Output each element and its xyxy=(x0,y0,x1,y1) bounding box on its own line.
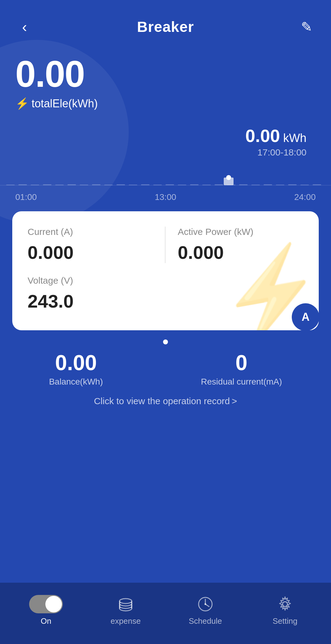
time-label-1: 01:00 xyxy=(15,192,37,202)
svg-rect-12 xyxy=(141,184,150,185)
data-card: Current (A) 0.000 Active Power (kW) 0.00… xyxy=(12,211,319,330)
residual-metric: 0 Residual current(mA) xyxy=(201,351,282,387)
bottom-nav: On expense Schedule xyxy=(0,583,331,644)
current-value: 0.000 xyxy=(28,242,166,263)
svg-rect-8 xyxy=(92,184,101,185)
setting-icon xyxy=(276,595,294,613)
svg-rect-20 xyxy=(239,184,248,185)
svg-rect-5 xyxy=(55,185,64,185)
page-title: Breaker xyxy=(137,18,194,35)
svg-rect-25 xyxy=(300,185,309,185)
avatar-label: A xyxy=(302,311,310,324)
toggle-knob xyxy=(45,596,62,612)
svg-rect-9 xyxy=(104,185,113,185)
svg-point-32 xyxy=(120,599,132,604)
svg-rect-26 xyxy=(313,184,321,185)
card-grid: Current (A) 0.000 Active Power (kW) 0.00… xyxy=(28,227,303,312)
svg-point-28 xyxy=(226,175,231,180)
svg-rect-24 xyxy=(288,184,297,185)
dot-1 xyxy=(163,339,168,344)
back-button[interactable]: ‹ xyxy=(15,18,34,35)
svg-rect-3 xyxy=(31,185,39,185)
chart-area: 0.00 kWh 17:00-18:00 xyxy=(0,122,331,190)
power-label: Active Power (kW) xyxy=(178,227,303,237)
svg-rect-15 xyxy=(178,185,186,185)
avatar-button[interactable]: A xyxy=(292,303,319,330)
voltage-label: Voltage (V) xyxy=(28,275,166,286)
svg-rect-14 xyxy=(166,184,174,185)
nav-item-setting[interactable]: Setting xyxy=(245,595,325,626)
svg-rect-21 xyxy=(251,185,260,185)
svg-rect-11 xyxy=(129,185,137,185)
svg-rect-23 xyxy=(276,185,284,185)
expense-icon xyxy=(116,595,135,613)
chart-time-labels: 01:00 13:00 24:00 xyxy=(0,192,331,202)
current-item: Current (A) 0.000 xyxy=(28,227,166,263)
time-label-2: 13:00 xyxy=(155,192,176,202)
svg-rect-17 xyxy=(202,185,211,185)
residual-value: 0 xyxy=(201,351,282,375)
power-value: 0.000 xyxy=(178,242,303,263)
nav-item-on[interactable]: On xyxy=(6,595,86,626)
balance-value: 0.00 xyxy=(49,351,103,375)
nav-item-expense[interactable]: expense xyxy=(86,595,166,626)
stats-area: 0.00 ⚡ totalEle(kWh) xyxy=(0,44,331,110)
svg-rect-13 xyxy=(153,185,162,185)
edit-button[interactable]: ✎ xyxy=(297,19,316,35)
bar-chart xyxy=(0,135,331,190)
svg-rect-22 xyxy=(264,184,272,185)
svg-rect-16 xyxy=(190,184,199,185)
svg-rect-2 xyxy=(18,184,27,185)
time-label-3: 24:00 xyxy=(294,192,316,202)
svg-rect-6 xyxy=(67,184,76,185)
total-label-text: totalEle(kWh) xyxy=(32,97,98,110)
nav-label-on: On xyxy=(41,616,51,626)
schedule-icon xyxy=(196,595,215,613)
nav-label-setting: Setting xyxy=(273,616,298,626)
header: ‹ Breaker ✎ xyxy=(0,0,331,44)
svg-point-39 xyxy=(283,602,287,607)
svg-rect-7 xyxy=(80,185,88,185)
operation-link[interactable]: Click to view the operation record > xyxy=(0,396,331,406)
balance-label: Balance(kWh) xyxy=(49,377,103,387)
nav-item-schedule[interactable]: Schedule xyxy=(166,595,245,626)
lightning-icon: ⚡ xyxy=(15,97,29,110)
operation-link-text: Click to view the operation record xyxy=(94,396,230,406)
residual-label: Residual current(mA) xyxy=(201,377,282,387)
power-item: Active Power (kW) 0.000 xyxy=(166,227,303,263)
nav-label-schedule: Schedule xyxy=(189,616,222,626)
svg-rect-10 xyxy=(116,184,125,185)
balance-metric: 0.00 Balance(kWh) xyxy=(49,351,103,387)
svg-rect-4 xyxy=(43,184,51,185)
total-value: 0.00 xyxy=(15,54,316,94)
current-label: Current (A) xyxy=(28,227,166,237)
total-label: ⚡ totalEle(kWh) xyxy=(15,97,316,110)
svg-rect-18 xyxy=(215,184,223,185)
nav-label-expense: expense xyxy=(111,616,141,626)
metrics-row: 0.00 Balance(kWh) 0 Residual current(mA) xyxy=(0,351,331,387)
card-dots xyxy=(0,339,331,344)
svg-rect-1 xyxy=(6,185,15,185)
power-toggle[interactable] xyxy=(29,595,63,613)
voltage-value: 243.0 xyxy=(28,291,166,312)
voltage-item: Voltage (V) 243.0 xyxy=(28,275,166,312)
operation-link-arrow: > xyxy=(232,396,237,406)
svg-point-38 xyxy=(204,603,206,605)
